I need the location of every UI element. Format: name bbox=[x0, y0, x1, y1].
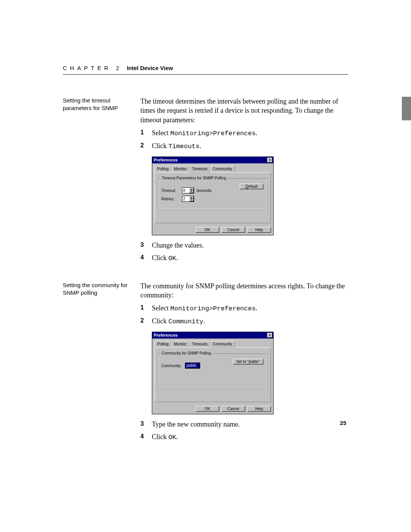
retries-label: Retries: bbox=[161, 197, 180, 202]
step: 2 Click Timeouts. bbox=[140, 141, 348, 151]
retries-input[interactable] bbox=[182, 196, 189, 201]
main-col-community: The community for SNMP polling determine… bbox=[140, 281, 348, 445]
step-prefix: Click bbox=[152, 254, 169, 262]
groupbox-legend: Community for SNMP Polling bbox=[161, 351, 212, 356]
step-number: 4 bbox=[140, 432, 147, 442]
dialog-footer: OK Cancel Help bbox=[152, 404, 273, 414]
spinner-arrows-icon[interactable]: ▲▼ bbox=[189, 188, 194, 193]
tab-community[interactable]: Community bbox=[210, 341, 235, 348]
step-number: 2 bbox=[140, 316, 147, 326]
section-community: Setting the community for SNMP polling T… bbox=[63, 281, 348, 445]
step-suffix: . bbox=[176, 254, 178, 262]
default-button-rest: efault bbox=[248, 184, 257, 189]
tab-community[interactable]: Community bbox=[210, 166, 235, 173]
groupbox-legend: Timeout Parameters for SNMP Polling bbox=[161, 176, 227, 181]
tab-polling[interactable]: Polling bbox=[155, 341, 171, 348]
dialog-body: Polling Monitor Timeouts Community Commu… bbox=[152, 339, 273, 404]
step-suffix: . bbox=[256, 129, 258, 137]
close-icon[interactable]: × bbox=[267, 333, 272, 338]
step-code: Monitoring>Preferences bbox=[170, 305, 255, 312]
row-retries: Retries: ▲▼ bbox=[161, 196, 264, 202]
close-icon[interactable]: × bbox=[267, 158, 272, 163]
ok-button[interactable]: OK bbox=[196, 406, 219, 412]
page-number: 25 bbox=[340, 420, 346, 426]
tab-monitor[interactable]: Monitor bbox=[171, 166, 189, 173]
step-prefix: Click bbox=[152, 317, 169, 325]
timeout-input[interactable] bbox=[182, 188, 189, 193]
dialog-title: Preferences bbox=[154, 157, 178, 163]
section-timeout: Setting the timeout parameters for SNMP … bbox=[63, 97, 348, 266]
step-suffix: . bbox=[256, 304, 258, 312]
tabstrip: Polling Monitor Timeouts Community bbox=[155, 341, 271, 348]
step: 1 Select Monitoring>Preferences. bbox=[140, 304, 348, 313]
step-code: OK bbox=[169, 434, 176, 441]
community-label: Community: bbox=[161, 363, 183, 369]
step-number: 4 bbox=[140, 253, 147, 263]
side-label-timeout: Setting the timeout parameters for SNMP bbox=[63, 97, 131, 266]
set-public-button[interactable]: Set to "public" bbox=[233, 359, 263, 364]
default-button[interactable]: Default bbox=[240, 184, 263, 189]
cancel-button[interactable]: Cancel bbox=[221, 227, 245, 233]
step-number: 3 bbox=[140, 420, 147, 429]
step-code: OK bbox=[169, 255, 176, 262]
step: 4 Click OK. bbox=[140, 432, 348, 442]
dialog-footer: OK Cancel Help bbox=[152, 225, 273, 235]
step-text: Click OK. bbox=[152, 253, 178, 263]
step-prefix: Type the new community name. bbox=[152, 420, 240, 428]
side-label-community: Setting the community for SNMP polling bbox=[63, 281, 131, 445]
groupbox-timeout-params: Timeout Parameters for SNMP Polling Defa… bbox=[158, 178, 268, 210]
cancel-button[interactable]: Cancel bbox=[221, 406, 245, 412]
step-text: Click Timeouts. bbox=[152, 141, 201, 151]
step: 3 Change the values. bbox=[140, 241, 348, 250]
tab-monitor[interactable]: Monitor bbox=[171, 341, 189, 348]
figure-preferences-community: Preferences × Polling Monitor Timeouts C… bbox=[152, 332, 348, 415]
steps-community-before: 1 Select Monitoring>Preferences. 2 Click… bbox=[140, 304, 348, 326]
tabstrip: Polling Monitor Timeouts Community bbox=[155, 166, 271, 173]
steps-timeout-after: 3 Change the values. 4 Click OK. bbox=[140, 241, 348, 263]
step-text: Change the values. bbox=[152, 241, 204, 250]
chapter-title: Intel Device View bbox=[127, 65, 173, 71]
step-prefix: Select bbox=[152, 129, 170, 137]
help-button[interactable]: Help bbox=[247, 227, 271, 233]
spinner-arrows-icon[interactable]: ▲▼ bbox=[189, 196, 194, 201]
steps-community-after: 3 Type the new community name. 4 Click O… bbox=[140, 420, 348, 442]
page: CHAPTER 2 Intel Device View Setting the … bbox=[0, 0, 411, 468]
dialog-title: Preferences bbox=[154, 332, 178, 338]
running-header: CHAPTER 2 Intel Device View bbox=[63, 65, 348, 75]
step-text: Select Monitoring>Preferences. bbox=[152, 304, 257, 313]
step-prefix: Select bbox=[152, 304, 170, 312]
step: 4 Click OK. bbox=[140, 253, 348, 263]
dialog-titlebar[interactable]: Preferences × bbox=[152, 332, 273, 339]
step-number: 3 bbox=[140, 241, 147, 250]
timeout-spinner[interactable]: ▲▼ bbox=[182, 187, 194, 193]
step-number: 1 bbox=[140, 304, 147, 313]
tabpanel-community: Community for SNMP Polling Set to "publi… bbox=[155, 347, 271, 402]
step-text: Click Community. bbox=[152, 316, 205, 326]
ok-button[interactable]: OK bbox=[196, 227, 219, 233]
step-number: 1 bbox=[140, 128, 147, 138]
timeout-unit: Seconds. bbox=[196, 188, 212, 193]
tab-timeouts[interactable]: Timeouts bbox=[189, 166, 210, 173]
step-suffix: . bbox=[199, 142, 201, 150]
step-code: Monitoring>Preferences bbox=[170, 130, 255, 137]
steps-timeout-before: 1 Select Monitoring>Preferences. 2 Click… bbox=[140, 128, 348, 151]
step-suffix: . bbox=[203, 317, 205, 325]
step-prefix: Change the values. bbox=[152, 241, 204, 249]
step-text: Select Monitoring>Preferences. bbox=[152, 128, 257, 138]
step-code: Community bbox=[169, 318, 204, 325]
help-button[interactable]: Help bbox=[247, 406, 271, 412]
step-prefix: Click bbox=[152, 433, 169, 441]
step: 3 Type the new community name. bbox=[140, 420, 348, 429]
retries-spinner[interactable]: ▲▼ bbox=[182, 196, 194, 202]
step-number: 2 bbox=[140, 141, 147, 151]
tab-polling[interactable]: Polling bbox=[155, 166, 171, 173]
dialog-preferences: Preferences × Polling Monitor Timeouts C… bbox=[152, 332, 274, 415]
dialog-titlebar[interactable]: Preferences × bbox=[152, 157, 273, 163]
step-suffix: . bbox=[176, 433, 178, 441]
tab-timeouts[interactable]: Timeouts bbox=[189, 341, 210, 348]
content: Setting the timeout parameters for SNMP … bbox=[63, 97, 348, 445]
intro-community: The community for SNMP polling determine… bbox=[140, 281, 348, 300]
step-text: Click OK. bbox=[152, 432, 178, 442]
community-input[interactable]: public bbox=[185, 363, 200, 369]
figure-preferences-timeouts: Preferences × Polling Monitor Timeouts C… bbox=[152, 157, 348, 236]
